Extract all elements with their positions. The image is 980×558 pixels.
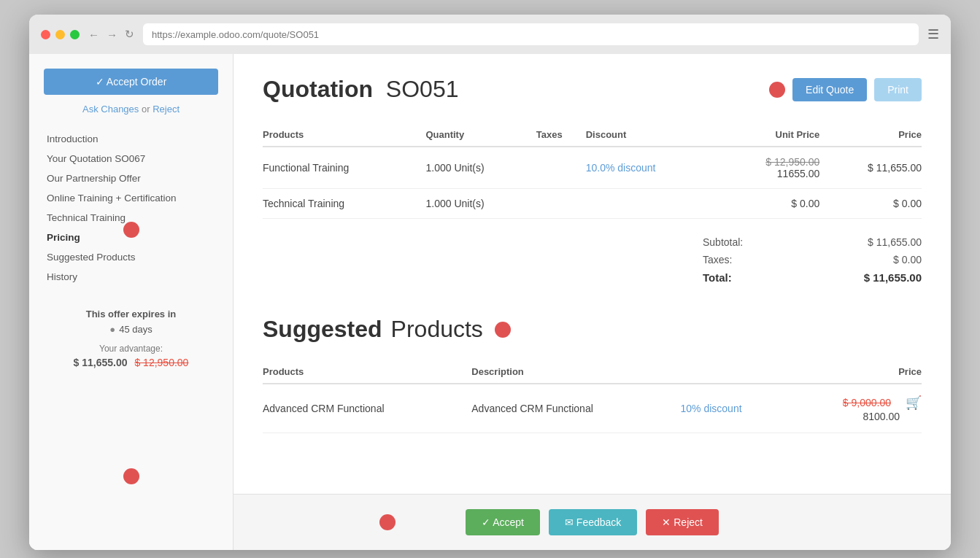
col-price: Price (819, 123, 922, 147)
totals-section: Subtotal: $ 11,655.00 Taxes: $ 0.00 Tota… (263, 233, 922, 287)
maximize-icon[interactable] (70, 30, 80, 39)
sidebar: ✓ Accept Order Ask Changes or Reject Int… (29, 54, 234, 550)
sidebar-prices: $ 11,655.00 $ 12,950.00 (44, 357, 218, 368)
suggested-decoration-dot (495, 322, 511, 338)
suggested-title-light: Products (391, 316, 483, 343)
browser-nav: ← → ↻ (88, 28, 134, 41)
suggested-product-description: Advanced CRM Functional (471, 384, 680, 433)
total-value: $ 11,655.00 (849, 271, 922, 284)
taxes-label: Taxes: (703, 254, 732, 266)
taxes-value: $ 0.00 (849, 254, 922, 266)
subtotal-value: $ 11,655.00 (849, 236, 922, 248)
col-suggested-description: Description (471, 360, 680, 384)
table-row: Functional Training 1.000 Unit(s) 10.0% … (263, 147, 922, 189)
strikethrough-price: $ 12,950.00 (765, 156, 819, 168)
discount-link[interactable]: 10.0% discount (586, 162, 656, 174)
totals-table: Subtotal: $ 11,655.00 Taxes: $ 0.00 Tota… (703, 233, 922, 287)
browser-chrome: ← → ↻ ☰ (29, 15, 951, 54)
quotation-header-actions: Edit Quote Print (769, 78, 922, 101)
browser-content: ✓ Accept Order Ask Changes or Reject Int… (29, 54, 951, 550)
traffic-lights (41, 30, 80, 39)
close-icon[interactable] (41, 30, 50, 39)
suggested-discount-link[interactable]: 10% discount (681, 403, 742, 414)
sidebar-old-price: $ 12,950.00 (134, 357, 188, 368)
refresh-icon[interactable]: ↻ (125, 28, 134, 41)
product-quantity: 1.000 Unit(s) (425, 147, 536, 189)
sidebar-item-introduction[interactable]: Introduction (29, 129, 233, 149)
offer-expires: This offer expires in ● 45 days Your adv… (29, 309, 233, 368)
col-suggested-discount (681, 360, 787, 384)
product-unit-price: $ 12,950.00 11655.00 (718, 147, 820, 189)
sidebar-item-suggested-products[interactable]: Suggested Products (29, 247, 233, 267)
decoration-dot-top (123, 222, 139, 238)
print-button[interactable]: Print (874, 78, 922, 101)
suggested-product-discount: 10% discount (681, 384, 787, 433)
product-price: $ 0.00 (819, 189, 922, 219)
address-bar[interactable] (143, 23, 919, 45)
quotation-title: Quotation SO051 (263, 76, 458, 103)
reject-link[interactable]: Reject (153, 104, 180, 115)
suggested-product-name: Advanced CRM Functional (263, 384, 471, 433)
quotation-title-number: SO051 (386, 76, 459, 102)
col-discount: Discount (586, 123, 718, 147)
or-text: or (142, 104, 150, 115)
cart-icon[interactable]: 🛒 (906, 395, 922, 411)
quotation-title-bold: Quotation (263, 76, 373, 102)
sidebar-current-price: $ 11,655.00 (74, 357, 128, 368)
main-content: Quotation SO051 Edit Quote Print Product… (234, 54, 951, 494)
suggested-table: Products Description Price Advanced CRM … (263, 360, 922, 433)
sidebar-item-history[interactable]: History (29, 267, 233, 287)
suggested-price-container: $ 9,000.00 🛒 (786, 395, 922, 411)
quotation-header: Quotation SO051 Edit Quote Print (263, 76, 922, 103)
reject-button[interactable]: ✕ Reject (646, 509, 719, 535)
unit-price-value: 11655.00 (718, 168, 820, 179)
menu-icon[interactable]: ☰ (927, 26, 939, 42)
footer-decoration-dot (379, 514, 396, 530)
sidebar-item-quotation[interactable]: Your Quotation SO067 (29, 149, 233, 168)
total-label: Total: (703, 271, 732, 284)
products-table: Products Quantity Taxes Discount Unit Pr… (263, 123, 922, 219)
product-taxes (536, 147, 586, 189)
product-unit-price: $ 0.00 (718, 189, 820, 219)
ask-changes-link[interactable]: Ask Changes (82, 104, 139, 115)
suggested-new-price: 8100.00 (786, 411, 922, 422)
suggested-product-price: $ 9,000.00 🛒 8100.00 (786, 384, 922, 433)
col-unit-price: Unit Price (718, 123, 820, 147)
advantage-label: Your advantage: (44, 344, 218, 354)
sidebar-links: Ask Changes or Reject (29, 104, 233, 115)
col-suggested-price: Price (786, 360, 922, 384)
col-quantity: Quantity (425, 123, 536, 147)
browser-window: ← → ↻ ☰ ✓ Accept Order Ask Changes or Re… (29, 15, 951, 550)
edit-quote-button[interactable]: Edit Quote (792, 78, 867, 101)
minimize-icon[interactable] (55, 30, 65, 39)
product-taxes (536, 189, 586, 219)
decoration-dot-bottom (123, 468, 139, 484)
suggested-title: Suggested Products (263, 316, 922, 343)
product-name: Functional Training (263, 147, 425, 189)
back-icon[interactable]: ← (88, 28, 99, 41)
feedback-button[interactable]: ✉ Feedback (549, 509, 637, 535)
col-suggested-products: Products (263, 360, 471, 384)
table-row: Technical Training 1.000 Unit(s) $ 0.00 … (263, 189, 922, 219)
accept-order-button[interactable]: ✓ Accept Order (44, 69, 218, 95)
sidebar-item-online-training[interactable]: Online Training + Certification (29, 188, 233, 208)
header-decoration-dot (769, 82, 785, 98)
suggested-row: Advanced CRM Functional Advanced CRM Fun… (263, 384, 922, 433)
clock-icon: ● (109, 324, 115, 335)
taxes-row: Taxes: $ 0.00 (703, 251, 922, 268)
product-quantity: 1.000 Unit(s) (425, 189, 536, 219)
footer-bar: ✓ Accept ✉ Feedback ✕ Reject (234, 494, 951, 550)
offer-expires-title: This offer expires in (44, 309, 218, 319)
offer-expires-days: ● 45 days (44, 324, 218, 335)
subtotal-row: Subtotal: $ 11,655.00 (703, 233, 922, 251)
forward-icon[interactable]: → (107, 28, 117, 41)
sidebar-item-partnership[interactable]: Our Partnership Offer (29, 168, 233, 188)
total-row: Total: $ 11,655.00 (703, 268, 922, 287)
product-name: Technical Training (263, 189, 425, 219)
col-products: Products (263, 123, 425, 147)
product-discount: 10.0% discount (586, 147, 718, 189)
suggested-title-bold: Suggested (263, 316, 382, 343)
product-price: $ 11,655.00 (819, 147, 922, 189)
suggested-old-price: $ 9,000.00 (843, 397, 891, 408)
accept-button[interactable]: ✓ Accept (466, 509, 540, 535)
